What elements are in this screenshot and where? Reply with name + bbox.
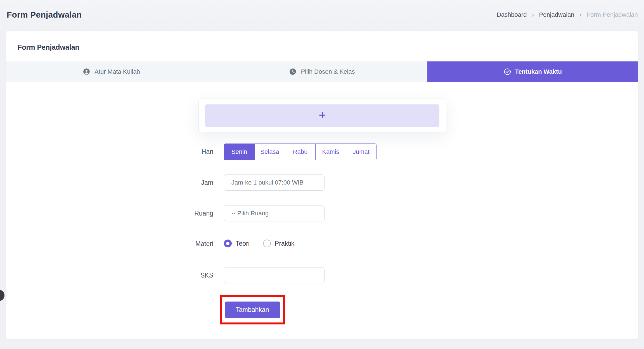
day-button-selasa[interactable]: Selasa xyxy=(254,144,285,160)
hari-label: Hari xyxy=(6,148,213,156)
jam-label: Jam xyxy=(6,179,213,187)
day-button-kamis[interactable]: Kamis xyxy=(315,144,346,160)
breadcrumb: Dashboard › Penjadwalan › Form Penjadwal… xyxy=(497,11,638,18)
radio-praktik[interactable] xyxy=(263,240,271,247)
page-title: Form Penjadwalan xyxy=(7,10,82,20)
tab-tentukan-waktu[interactable]: Tentukan Waktu xyxy=(427,61,638,82)
breadcrumb-item-penjadwalan[interactable]: Penjadwalan xyxy=(539,11,574,18)
tab-atur-mata-kuliah[interactable]: Atur Mata Kuliah xyxy=(6,61,217,82)
sks-input[interactable] xyxy=(224,267,325,283)
radio-option-teori[interactable]: Teori xyxy=(224,240,250,247)
floating-widget-handle[interactable] xyxy=(0,290,4,301)
tab-pilih-dosen-kelas[interactable]: Pilih Dosen & Kelas xyxy=(217,61,427,82)
materi-radio-group: Teori Praktik xyxy=(224,239,294,248)
form-card: Form Penjadwalan Atur Mata Kuliah Pilih … xyxy=(6,31,638,339)
tambahkan-button[interactable]: Tambahkan xyxy=(225,302,280,318)
annotation-highlight: Tambahkan xyxy=(220,295,285,324)
day-button-jumat[interactable]: Jumat xyxy=(346,144,377,160)
tab-label: Pilih Dosen & Kelas xyxy=(301,68,355,75)
chevron-right-icon: › xyxy=(579,11,582,18)
jam-select[interactable]: Jam-ke 1 pukul 07:00 WIB xyxy=(224,174,325,191)
card-heading: Form Penjadwalan xyxy=(18,43,79,51)
day-button-senin[interactable]: Senin xyxy=(224,144,255,160)
ruang-label: Ruang xyxy=(6,210,213,217)
sks-label: SKS xyxy=(6,272,213,279)
ruang-select[interactable]: -- Pilih Ruang xyxy=(224,205,325,221)
tab-label: Atur Mata Kuliah xyxy=(94,68,140,75)
wizard-tabs: Atur Mata Kuliah Pilih Dosen & Kelas Ten… xyxy=(6,61,638,82)
tab-label: Tentukan Waktu xyxy=(515,68,562,75)
radio-praktik-label: Praktik xyxy=(275,240,294,247)
breadcrumb-item-form-penjadwalan: Form Penjadwalan xyxy=(587,11,638,18)
radio-teori-label: Teori xyxy=(236,240,250,247)
materi-label: Materi xyxy=(6,240,213,248)
radio-teori[interactable] xyxy=(224,240,232,247)
user-circle-icon xyxy=(83,68,90,75)
check-circle-icon xyxy=(503,68,511,75)
chevron-right-icon: › xyxy=(532,11,534,18)
breadcrumb-item-dashboard[interactable]: Dashboard xyxy=(497,11,527,18)
clock-icon xyxy=(289,68,297,75)
day-button-rabu[interactable]: Rabu xyxy=(285,144,316,160)
add-schedule-card: + xyxy=(198,99,446,132)
radio-option-praktik[interactable]: Praktik xyxy=(263,240,294,247)
plus-icon: + xyxy=(319,109,326,121)
add-schedule-button[interactable]: + xyxy=(205,104,439,127)
day-button-group: Senin Selasa Rabu Kamis Jumat xyxy=(224,144,377,160)
top-header: Form Penjadwalan Dashboard › Penjadwalan… xyxy=(0,0,644,30)
